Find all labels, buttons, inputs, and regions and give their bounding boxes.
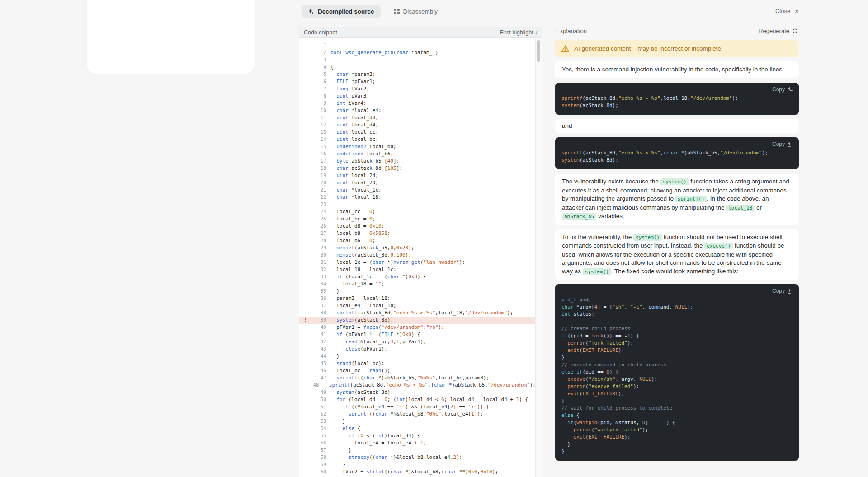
line-number: 5	[311, 71, 326, 78]
code-text: {	[326, 64, 334, 71]
code-text: sprintf((char *)&local_b8,"0%c",local_e4…	[326, 411, 483, 418]
line-number: 44	[311, 353, 326, 360]
gutter-spacer	[299, 374, 311, 382]
code-text: local_b6 = 0;	[326, 237, 375, 244]
gutter-spacer	[299, 42, 311, 49]
gutter-spacer	[299, 158, 311, 165]
copy-button[interactable]: Copy	[561, 141, 793, 147]
code-text: bool wsc_generate_pin(char *param_1)	[326, 49, 438, 56]
regenerate-icon	[792, 28, 798, 34]
close-button[interactable]: Close ×	[775, 8, 799, 14]
code-text: system(acStack_8d);	[326, 389, 393, 396]
code-text: if (pFVar1 != (FILE *)0x0) {	[326, 331, 420, 338]
code-line: 60 lVar2 = strtol((char *)&local_b8,(cha…	[299, 468, 536, 476]
code-line: 15 undefined2 local_b8;	[299, 143, 536, 150]
gutter-spacer	[299, 389, 311, 396]
code-line: 10 char *local_e4;	[299, 107, 536, 114]
fix-explanation-card: To fix the vulnerability, the system() f…	[555, 229, 799, 280]
code-text: srand(local_bc);	[326, 360, 384, 367]
gutter-spacer	[299, 411, 311, 418]
line-number: 50	[311, 396, 326, 403]
inline-code-chip: sprintf()	[675, 196, 707, 202]
line-number: 9	[311, 100, 326, 107]
line-number: 43	[311, 346, 326, 353]
line-number: 32	[311, 266, 326, 273]
line-number: 14	[311, 136, 326, 143]
line-number: 35	[311, 288, 326, 295]
line-number: 38	[311, 309, 326, 317]
code-text: fclose(pFVar1);	[326, 346, 387, 353]
line-number: 52	[311, 411, 326, 418]
and-text: and	[562, 122, 572, 129]
code-text: long lVar2;	[326, 85, 369, 93]
code-text: // create child process	[561, 325, 793, 332]
code-line: 4{	[299, 64, 536, 71]
gutter-spacer	[299, 367, 311, 374]
code-text: exit(EXIT_FAILURE);	[561, 434, 793, 441]
gutter-spacer	[299, 244, 311, 252]
code-text: strncpy((char *)&local_b8,local_e4,2);	[326, 454, 462, 461]
copy-button[interactable]: Copy	[561, 288, 793, 294]
code-line: 34 local_18 = "";	[299, 281, 536, 288]
regenerate-button[interactable]: Regenerate	[759, 28, 798, 34]
code-line: 50 for (local_d4 = 0; (int)local_d4 < 6;…	[299, 396, 536, 403]
tab-decompiled-source[interactable]: Decompiled source	[302, 5, 381, 18]
code-line: 56 local_e4 = local_e4 + 1;	[299, 440, 536, 447]
line-number: 59	[311, 461, 326, 468]
gutter-spacer	[299, 396, 311, 403]
code-text: local_e4 = local_18;	[326, 302, 396, 309]
code-text: fread(&local_bc,4,1,pFVar1);	[326, 338, 426, 346]
line-number: 45	[311, 360, 326, 367]
line-number: 41	[311, 331, 326, 338]
vulnerable-code-block-1: Copy sprintf(acStack_8d,"echo %s > %s",l…	[555, 83, 799, 115]
line-number: 47	[311, 374, 326, 382]
code-line: 29 memset(abStack_b5,0,0x28);	[299, 244, 536, 252]
code-text: local_1c = (char *)nvram_get("lan_hwaddr…	[326, 259, 465, 266]
code-text: uint local_bc;	[326, 136, 378, 143]
copy-button[interactable]: Copy	[561, 86, 793, 93]
text-segment: The vulnerability exists because the	[562, 178, 660, 185]
code-line: 31 local_1c = (char *)nvram_get("lan_hwa…	[299, 259, 536, 266]
code-scrollbar-track	[535, 38, 542, 477]
code-text: local_b8 = 0x5858;	[326, 230, 390, 237]
inline-code-chip: system()	[633, 234, 662, 241]
sort-control[interactable]: First highlight ↓	[500, 29, 538, 36]
code-scrollbar-thumb[interactable]	[537, 40, 540, 62]
code-line: 13 uint local_cc;	[299, 129, 536, 136]
code-text: local_d8 = 0x10;	[326, 223, 384, 230]
code-line: 58 strncpy((char *)&local_b8,local_e4,2)…	[299, 454, 536, 461]
line-number: 34	[311, 281, 326, 288]
gutter-spacer	[299, 85, 311, 93]
close-button-label: Close	[775, 8, 790, 14]
close-icon[interactable]: ×	[795, 8, 799, 14]
code-line: 25 local_bc = 0;	[299, 215, 536, 223]
code-line: 46 local_bc = rand();	[299, 367, 536, 374]
code-line: 22 char *local_18;	[299, 194, 536, 201]
gutter-spacer	[299, 447, 311, 454]
line-number: 29	[311, 244, 326, 252]
code-text: FILE *pFVar1;	[326, 78, 375, 85]
gutter-spacer	[299, 418, 311, 425]
text-segment: . The fixed code would look something li…	[611, 268, 739, 275]
code-line: 21 char *local_1c;	[299, 187, 536, 194]
code-text: pFVar1 = fopen("/dev/urandom","rb");	[326, 324, 444, 331]
gutter-spacer	[299, 295, 311, 302]
code-text: }	[561, 441, 793, 448]
vulnerability-marker-icon: !	[299, 317, 311, 324]
gutter-spacer	[299, 215, 311, 223]
code-text: perror("fork failed");	[561, 340, 793, 347]
vulnerability-explanation-card: The vulnerability exists because the sys…	[555, 174, 799, 225]
background-card	[87, 0, 255, 74]
code-line: 53 }	[299, 418, 536, 425]
code-block-body: pid_t pid;char *argv[4] = {"sh", "-c", c…	[561, 296, 793, 455]
gutter-spacer	[299, 143, 311, 150]
code-line: 38 sprintf(acStack_8d,"echo %s > %s",loc…	[299, 309, 536, 317]
code-text: sprintf(acStack_8d,"echo %s > %s",local_…	[561, 95, 793, 102]
code-text: char *local_1c;	[326, 187, 382, 194]
gutter-spacer	[299, 208, 311, 215]
code-text: }	[326, 288, 340, 295]
gutter-spacer	[299, 266, 311, 273]
gutter-spacer	[299, 230, 311, 237]
code-text: local_18 = local_1c;	[326, 266, 396, 273]
tab-disassembly[interactable]: Disassembly	[393, 5, 439, 18]
